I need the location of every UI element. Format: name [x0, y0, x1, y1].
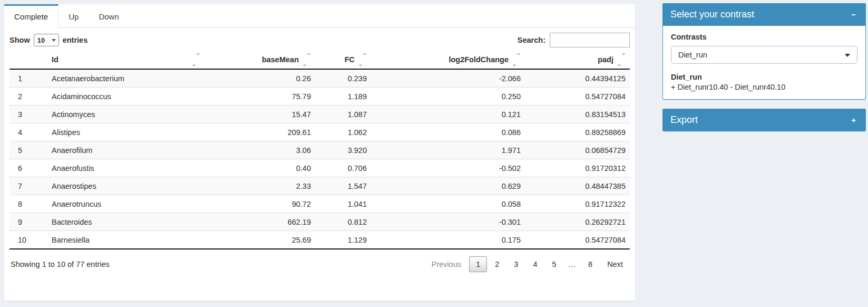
pagination-page-8[interactable]: 8: [581, 256, 599, 272]
page-length-select[interactable]: 10: [34, 34, 59, 46]
cell-basemean: 0.26: [204, 69, 315, 88]
cell-fc: 1.189: [315, 88, 371, 105]
cell-id: Barnesiella: [47, 231, 204, 250]
tab-bar: Complete Up Down: [4, 4, 635, 28]
cell-fc: 0.812: [315, 213, 371, 231]
tab-up[interactable]: Up: [58, 4, 89, 27]
cell-basemean: 25.69: [204, 231, 315, 250]
cell-fc: 1.062: [315, 123, 371, 141]
export-box: Export +: [662, 109, 866, 131]
cell-padj: 0.54727084: [525, 231, 630, 250]
page-length-control: Show 10 entries: [9, 34, 87, 46]
sort-icon: [358, 55, 367, 64]
table-row: 10 Barnesiella 25.69 1.129 0.175 0.54727…: [9, 231, 630, 250]
cell-fc: 0.239: [315, 69, 371, 88]
table-row: 5 Anaerofilum 3.06 3.920 1.971 0.0685472…: [9, 141, 630, 159]
pagination-page-1[interactable]: 1: [469, 256, 487, 272]
cell-log2foldchange: -0.502: [371, 159, 525, 177]
pagination-page-4[interactable]: 4: [526, 256, 544, 272]
contrast-select[interactable]: Diet_run: [671, 46, 857, 64]
column-header-fc[interactable]: FC: [315, 51, 371, 69]
cell-padj: 0.91720312: [525, 159, 630, 177]
pagination-ellipsis: …: [564, 257, 581, 272]
column-header-id[interactable]: Id: [47, 51, 204, 69]
contrast-name: Diet_run: [671, 73, 857, 81]
cell-log2foldchange: 0.629: [371, 177, 525, 195]
search-input[interactable]: [550, 33, 630, 47]
contrast-select-value: Diet_run: [678, 51, 707, 59]
cell-log2foldchange: 0.250: [371, 88, 525, 105]
cell-padj: 0.44394125: [525, 69, 630, 88]
column-header-log2foldchange-label: log2FoldChange: [448, 55, 509, 64]
row-number: 1: [9, 69, 47, 88]
page-length-value: 10: [37, 36, 45, 44]
column-header-padj-label: padj: [598, 55, 613, 64]
row-number: 5: [9, 141, 47, 159]
column-header-fc-label: FC: [345, 55, 355, 64]
tab-down[interactable]: Down: [89, 4, 129, 27]
chevron-down-icon: [845, 54, 850, 57]
tab-complete[interactable]: Complete: [4, 4, 58, 28]
table-row: 7 Anaerostipes 2.33 1.547 0.629 0.484473…: [9, 177, 630, 195]
cell-id: Actinomyces: [47, 105, 204, 123]
row-number: 7: [9, 177, 47, 195]
pagination-page-3[interactable]: 3: [507, 256, 525, 272]
row-number: 8: [9, 195, 47, 213]
table-header-row: Id baseMean FC: [9, 51, 630, 69]
cell-basemean: 75.79: [204, 88, 315, 105]
cell-log2foldchange: -2.066: [371, 69, 525, 88]
pagination-page-5[interactable]: 5: [545, 256, 563, 272]
column-header-log2foldchange[interactable]: log2FoldChange: [371, 51, 525, 69]
table-footer: Showing 1 to 10 of 77 entries Previous 1…: [9, 250, 630, 272]
table-row: 8 Anaerotruncus 90.72 1.041 0.058 0.9171…: [9, 195, 630, 213]
table-row: 2 Acidaminococcus 75.79 1.189 0.250 0.54…: [9, 88, 630, 105]
column-header-basemean[interactable]: baseMean: [204, 51, 315, 69]
export-box-header: Export +: [662, 109, 866, 131]
cell-fc: 1.087: [315, 105, 371, 123]
cell-id: Acetanaerobacterium: [47, 69, 204, 88]
table-row: 3 Actinomyces 15.47 1.087 0.121 0.831545…: [9, 105, 630, 123]
pagination-previous-button[interactable]: Previous: [425, 256, 468, 272]
cell-log2foldchange: 0.058: [371, 195, 525, 213]
cell-padj: 0.91712322: [525, 195, 630, 213]
cell-fc: 0.706: [315, 159, 371, 177]
column-header-padj[interactable]: padj: [525, 51, 630, 69]
cell-padj: 0.48447385: [525, 177, 630, 195]
table-row: 1 Acetanaerobacterium 0.26 0.239 -2.066 …: [9, 69, 630, 88]
collapse-minus-icon[interactable]: −: [849, 9, 858, 20]
search-control: Search:: [518, 33, 630, 47]
cell-fc: 1.547: [315, 177, 371, 195]
cell-id: Acidaminococcus: [47, 88, 204, 105]
cell-basemean: 15.47: [204, 105, 315, 123]
cell-padj: 0.26292721: [525, 213, 630, 231]
contrast-box-title: Select your contrast: [670, 9, 754, 20]
pagination-next-button[interactable]: Next: [600, 256, 630, 272]
contrast-formula: + Diet_runr10.40 - Diet_runr40.10: [671, 83, 857, 91]
cell-basemean: 209.61: [204, 123, 315, 141]
cell-padj: 0.54727084: [525, 88, 630, 105]
row-number: 2: [9, 88, 47, 105]
pagination: Previous 1 2 3 4 5 … 8 Next: [424, 256, 630, 272]
show-label: Show: [9, 36, 30, 44]
expand-plus-icon[interactable]: +: [849, 115, 858, 125]
cell-log2foldchange: 0.086: [371, 123, 525, 141]
table-row: 6 Anaerofustis 0.40 0.706 -0.502 0.91720…: [9, 159, 630, 177]
export-box-title: Export: [670, 114, 698, 126]
table-info: Showing 1 to 10 of 77 entries: [9, 260, 110, 268]
select-caret-icon: [52, 39, 56, 42]
cell-basemean: 0.40: [204, 159, 315, 177]
cell-fc: 3.920: [315, 141, 371, 159]
cell-fc: 1.129: [315, 231, 371, 250]
app-root: Complete Up Down Show 10 entries Search:: [0, 0, 868, 307]
entries-label: entries: [63, 36, 88, 44]
tab-content: Show 10 entries Search:: [4, 28, 635, 272]
row-number: 4: [9, 123, 47, 141]
cell-basemean: 2.33: [204, 177, 315, 195]
results-table: Id baseMean FC: [9, 51, 630, 250]
cell-log2foldchange: 0.121: [371, 105, 525, 123]
pagination-page-2[interactable]: 2: [488, 256, 506, 272]
row-number: 3: [9, 105, 47, 123]
table-controls: Show 10 entries Search:: [9, 28, 630, 51]
contrast-box-header: Select your contrast −: [662, 3, 866, 26]
cell-padj: 0.06854729: [525, 141, 630, 159]
